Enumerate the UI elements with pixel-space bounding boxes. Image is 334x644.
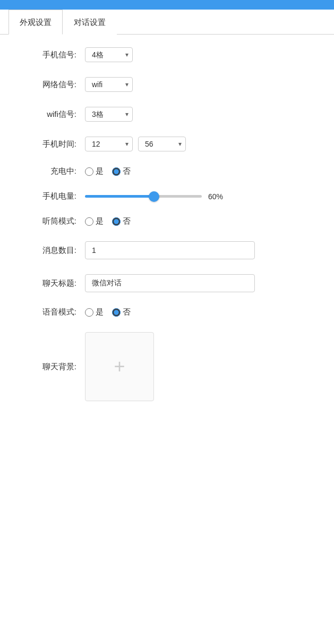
charging-row: 充电中: 是 否 [21, 166, 313, 176]
time-hour-select[interactable]: 12 1234 5678 9101113 14151617 18192021 2… [85, 137, 133, 151]
earpiece-yes-radio[interactable] [85, 217, 93, 226]
tab-dialog[interactable]: 对话设置 [63, 10, 117, 35]
earpiece-row: 听筒模式: 是 否 [21, 216, 313, 226]
earpiece-no-radio[interactable] [112, 217, 121, 226]
battery-control: 60% [85, 192, 229, 201]
earpiece-control: 是 否 [85, 216, 131, 226]
battery-percent: 60% [208, 192, 229, 201]
message-count-input[interactable] [85, 241, 255, 259]
voice-mode-no-label[interactable]: 否 [112, 307, 131, 317]
chat-bg-row: 聊天背景: + [21, 332, 313, 401]
time-control: 12 1234 5678 9101113 14151617 18192021 2… [85, 137, 186, 151]
time-row: 手机时间: 12 1234 5678 9101113 14151617 1819… [21, 137, 313, 151]
wifi-select-wrapper: 3格 2格 1格 0格 [85, 107, 133, 122]
wifi-row: wifi信号: 3格 2格 1格 0格 [21, 107, 313, 122]
form-content: 手机信号: 4格 3格 2格 1格 0格 网络信号: wifi 4G 3G [0, 35, 334, 429]
earpiece-no-label[interactable]: 否 [112, 216, 131, 226]
time-hour-wrapper: 12 1234 5678 9101113 14151617 18192021 2… [85, 137, 133, 151]
chat-title-label: 聊天标题: [21, 278, 85, 289]
signal-select-wrapper: 4格 3格 2格 1格 0格 [85, 47, 133, 62]
chat-bg-control: + [85, 332, 154, 401]
chat-title-input[interactable] [85, 274, 255, 292]
voice-mode-no-radio[interactable] [112, 308, 121, 317]
tab-bar: 外观设置 对话设置 [0, 10, 334, 35]
charging-no-radio[interactable] [112, 167, 121, 176]
network-row: 网络信号: wifi 4G 3G 2G 无 [21, 77, 313, 92]
signal-row: 手机信号: 4格 3格 2格 1格 0格 [21, 47, 313, 62]
chat-bg-upload[interactable]: + [85, 332, 154, 401]
network-select-wrapper: wifi 4G 3G 2G 无 [85, 77, 133, 92]
chat-title-row: 聊天标题: [21, 274, 313, 292]
time-minute-select[interactable]: 56 00051015 20253035 40455055 [138, 137, 186, 151]
voice-mode-yes-label[interactable]: 是 [85, 307, 104, 317]
earpiece-label: 听筒模式: [21, 216, 85, 226]
voice-mode-label: 语音模式: [21, 307, 85, 317]
tab-appearance[interactable]: 外观设置 [8, 10, 63, 35]
network-label: 网络信号: [21, 80, 85, 90]
charging-yes-label[interactable]: 是 [85, 166, 104, 176]
battery-label: 手机电量: [21, 191, 85, 201]
earpiece-yes-label[interactable]: 是 [85, 216, 104, 226]
plus-icon: + [114, 357, 125, 376]
charging-control: 是 否 [85, 166, 131, 176]
charging-label: 充电中: [21, 166, 85, 176]
signal-select[interactable]: 4格 3格 2格 1格 0格 [85, 47, 133, 62]
charging-no-label[interactable]: 否 [112, 166, 131, 176]
time-label: 手机时间: [21, 139, 85, 149]
wifi-control: 3格 2格 1格 0格 [85, 107, 133, 122]
signal-control: 4格 3格 2格 1格 0格 [85, 47, 133, 62]
message-count-label: 消息数目: [21, 245, 85, 256]
battery-row: 手机电量: 60% [21, 191, 313, 201]
voice-mode-yes-radio[interactable] [85, 308, 93, 317]
network-control: wifi 4G 3G 2G 无 [85, 77, 133, 92]
battery-slider[interactable] [85, 195, 202, 198]
message-count-row: 消息数目: [21, 241, 313, 259]
time-minute-wrapper: 56 00051015 20253035 40455055 [138, 137, 186, 151]
signal-label: 手机信号: [21, 50, 85, 60]
message-count-control [85, 241, 255, 259]
chat-bg-label: 聊天背景: [21, 362, 85, 372]
wifi-label: wifi信号: [21, 109, 85, 120]
charging-yes-radio[interactable] [85, 167, 93, 176]
voice-mode-control: 是 否 [85, 307, 131, 317]
top-bar [0, 0, 334, 10]
voice-mode-row: 语音模式: 是 否 [21, 307, 313, 317]
network-select[interactable]: wifi 4G 3G 2G 无 [85, 77, 133, 92]
chat-title-control [85, 274, 255, 292]
wifi-select[interactable]: 3格 2格 1格 0格 [85, 107, 133, 122]
